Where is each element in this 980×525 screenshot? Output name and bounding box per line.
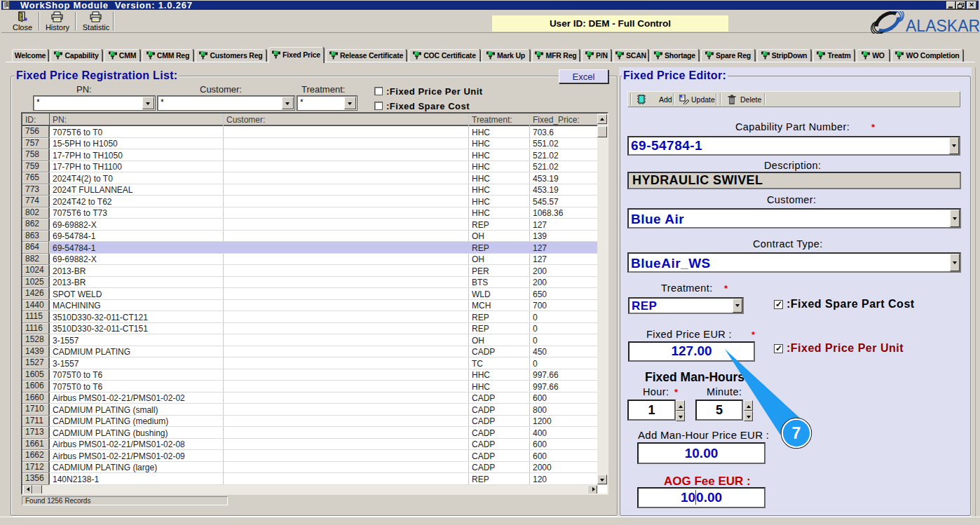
svg-text:7: 7 (792, 424, 801, 442)
